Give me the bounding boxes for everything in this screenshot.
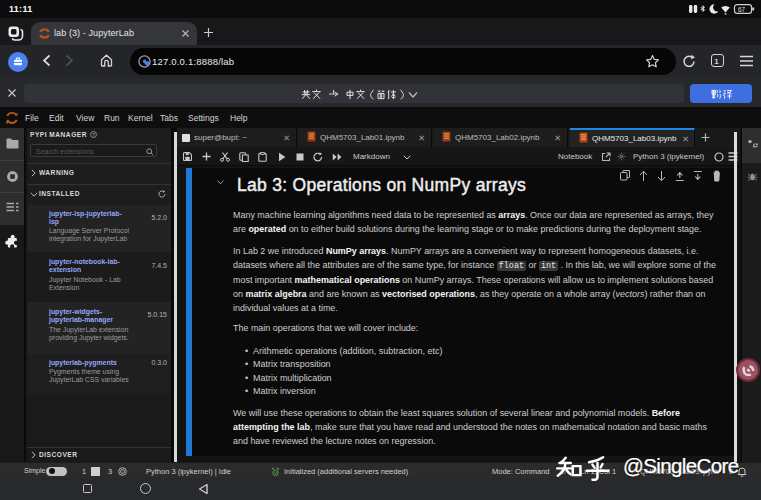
svg-text:67: 67 bbox=[738, 6, 746, 13]
